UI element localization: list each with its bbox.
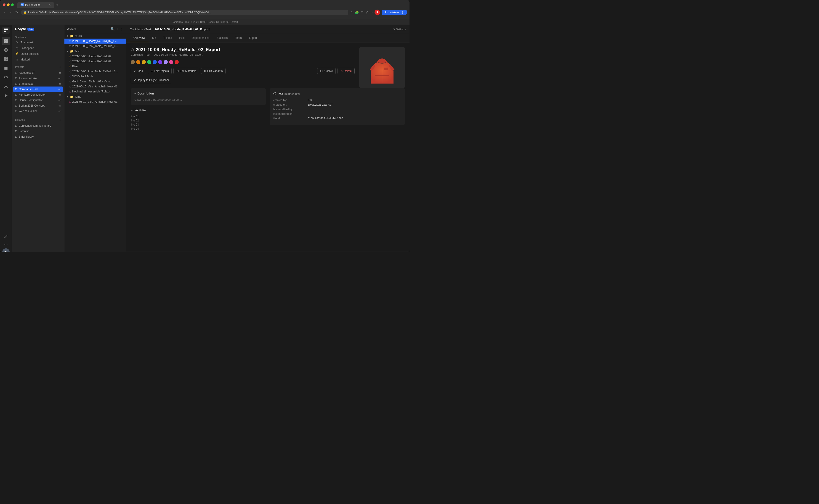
tab-dependencies[interactable]: Dependencies — [188, 34, 213, 42]
load-button[interactable]: ✓ Load — [131, 68, 146, 74]
project-item-coniclabs[interactable]: ☐ Coniclabs - Test ≪ — [13, 87, 63, 92]
sidebar-icon-edit[interactable] — [2, 232, 10, 240]
file-nochmal-assembly[interactable]: ⬡ Nochmal ein Assembly (Rolex) — [64, 89, 126, 94]
project-item-awesome-bike[interactable]: ☐ Awesome Bike ≪ — [12, 76, 64, 81]
file-pool-table-test[interactable]: ⬡ 2021-10-05_Pool_Table_ReBuild_0... — [64, 69, 126, 74]
shortcut-to-commit[interactable]: ⟳ To commit — [12, 39, 64, 45]
library-coniclabs[interactable]: ☐ ConicLabs common library — [12, 123, 64, 129]
traffic-light-green[interactable] — [11, 3, 14, 6]
project-item-furniture[interactable]: ☐ Furniture Configurator ≪ — [12, 92, 64, 97]
edit-objects-button[interactable]: ⊞ Edit Objects — [148, 68, 172, 74]
share-icon[interactable]: ≪ — [58, 110, 61, 113]
share-icon[interactable]: ≪ — [58, 71, 61, 74]
sidebar-icon-projects[interactable] — [2, 37, 10, 45]
profile-circle[interactable]: R — [375, 10, 380, 15]
extension-v-icon[interactable]: V — [366, 11, 368, 14]
share-icon[interactable]: ≪ — [58, 93, 61, 96]
file-xo3d-pool[interactable]: ⬡ XO3D Pool Table — [64, 74, 126, 79]
update-button[interactable]: Aktualisieren ⋮ — [382, 10, 407, 15]
reload-button[interactable]: ↻ — [14, 10, 19, 15]
sidebar-icon-layers[interactable] — [2, 64, 10, 72]
archive-button[interactable]: ☐ Archive — [317, 68, 336, 74]
file-hoody-rebuild-1[interactable]: ⬡ 2021-10-08_Hoody_ReBuild_02 — [64, 54, 126, 59]
file-type-icon: ⬡ — [69, 60, 71, 63]
shortcut-latest-activities[interactable]: ⚡ Latest activities — [12, 51, 64, 57]
file-vitra-armchair-temp[interactable]: ⬡ 2021-06-10_Vitra_Armchair_New_01 — [64, 99, 126, 104]
sidebar-icon-play[interactable] — [2, 92, 10, 100]
edit-materials-button[interactable]: ⊟ Edit Materials — [173, 68, 199, 74]
file-hoody-export[interactable]: ⬡ 2021-10-08_Hoody_ReBuild_02_Ex... — [64, 39, 126, 44]
color-swatch-8[interactable] — [174, 60, 179, 64]
tab-tickets[interactable]: Tickets — [160, 34, 176, 42]
project-item-brandshaper[interactable]: ☐ Brandshaper ≪ — [12, 81, 64, 87]
more-options[interactable]: ⋯ — [3, 241, 9, 247]
forward-button[interactable]: › — [8, 10, 12, 15]
library-bmw[interactable]: ☐ BMW library — [12, 134, 64, 139]
project-item-house[interactable]: ☐ House Configurator ≪ — [12, 97, 64, 103]
more-options-icon[interactable]: ⋮ — [120, 27, 123, 31]
new-tab-button[interactable]: + — [56, 3, 58, 7]
color-swatch-3[interactable] — [147, 60, 151, 64]
share-icon[interactable]: ≪ — [58, 99, 61, 102]
add-project-button[interactable]: + — [59, 65, 61, 69]
more-tools-icon[interactable]: ⋯ — [370, 11, 373, 14]
share-icon[interactable]: ≪ — [58, 82, 61, 85]
tab-close-button[interactable]: ✕ — [49, 3, 51, 6]
asset-bc-project[interactable]: Coniclabs - Test — [131, 53, 150, 56]
project-item-sedan[interactable]: ☐ Sedan 2028 Concept ≪ — [12, 103, 64, 108]
tab-me[interactable]: Me — [148, 34, 160, 42]
share-icon[interactable]: ≪ — [58, 104, 61, 107]
color-swatch-5[interactable] — [158, 60, 162, 64]
breadcrumb-project[interactable]: Coniclabs - Test — [130, 28, 151, 31]
color-swatch-0[interactable] — [131, 60, 135, 64]
extensions-icon[interactable]: 🧩 — [355, 11, 359, 14]
tab-puls[interactable]: Puls — [175, 34, 188, 42]
bookmark-icon[interactable]: ☆ — [350, 11, 353, 14]
color-swatch-6[interactable] — [163, 60, 168, 64]
address-bar[interactable]: 🔒 localhost:8084/ProjectDashboard/#state… — [21, 10, 348, 15]
share-icon[interactable]: ≪ — [58, 88, 61, 91]
file-hoody-rebuild-2[interactable]: ⬡ 2021-10-08_Hoody_ReBuild_02 — [64, 59, 126, 64]
shortcut-last-opend[interactable]: ◷ Last opend — [12, 45, 64, 51]
sidebar-icon-shapes[interactable] — [2, 55, 10, 63]
traffic-light-red[interactable] — [3, 3, 5, 6]
sidebar-icon-xo[interactable]: XO — [2, 73, 10, 81]
folder-temp[interactable]: ▼ 📁 Temp — [64, 94, 126, 99]
file-bike[interactable]: ⬡ Bike — [64, 64, 126, 69]
folder-xo3d[interactable]: ▼ 📁 XO3D — [64, 33, 126, 39]
browser-tab[interactable]: G Polyte Editor ✕ — [17, 2, 54, 8]
back-button[interactable]: ‹ — [3, 10, 7, 15]
file-pool-table[interactable]: ⬡ 2021-10-05_Pool_Table_ReBuild_0... — [64, 44, 126, 49]
share-icon[interactable]: ≪ — [58, 77, 61, 80]
file-gubi-dining[interactable]: ⬡ Gubi_Dining_Table_v01 - Vishal — [64, 79, 126, 84]
project-item-asset-test[interactable]: ☐ Asset test 17 ≪ — [12, 70, 64, 76]
user-avatar[interactable]: RK — [2, 248, 10, 252]
color-swatch-7[interactable] — [169, 60, 173, 64]
sidebar-icon-view[interactable] — [2, 46, 10, 54]
file-vitra-armchair[interactable]: ⬡ 2021-06-10_Vitra_Armchair_New_01 — [64, 84, 126, 89]
shield-icon[interactable]: 🛡 — [361, 11, 364, 14]
color-swatch-2[interactable] — [142, 60, 146, 64]
traffic-light-yellow[interactable] — [7, 3, 10, 6]
edit-variants-button[interactable]: ⊠ Edit Variants — [201, 68, 226, 74]
app-logo[interactable] — [2, 27, 10, 34]
search-icon[interactable]: 🔍 — [111, 27, 114, 31]
sidebar-icon-user[interactable] — [2, 82, 10, 91]
project-item-web-visualizer[interactable]: ☐ Web Visualizer ≪ — [12, 108, 64, 114]
delete-button[interactable]: ✕ Delete — [338, 68, 355, 74]
library-byton[interactable]: ☐ Byton lib — [12, 129, 64, 134]
tab-export[interactable]: Export — [246, 34, 261, 42]
shortcut-marked[interactable]: ☆ Marked — [12, 57, 64, 62]
tab-statistics[interactable]: Statistics — [213, 34, 231, 42]
folder-test[interactable]: ▼ 📁 Test — [64, 49, 126, 54]
color-swatch-1[interactable] — [136, 60, 140, 64]
color-swatch-4[interactable] — [153, 60, 157, 64]
deploy-publisher-button[interactable]: ↗ Deploy to Polyte Publisher — [131, 77, 172, 83]
library-label: ConicLabs common library — [19, 124, 51, 127]
add-library-button[interactable]: + — [59, 118, 61, 122]
tab-overview[interactable]: Overview — [130, 34, 148, 42]
description-placeholder[interactable]: Click to add a detailed description ... — [134, 98, 262, 101]
add-asset-button[interactable]: + — [116, 27, 118, 31]
tab-team[interactable]: Team — [231, 34, 245, 42]
settings-button[interactable]: ⚙ Settings — [393, 28, 406, 31]
